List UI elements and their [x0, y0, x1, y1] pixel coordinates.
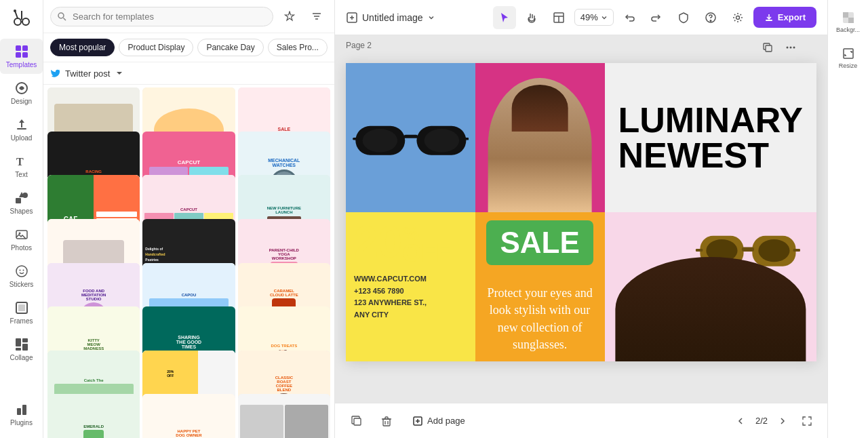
contact-line1: WWW.CAPCUT.COM: [354, 273, 467, 285]
canvas-cell-top-center: [475, 63, 605, 212]
svg-rect-6: [22, 45, 28, 51]
svg-point-51: [424, 129, 459, 152]
shapes-icon: [14, 191, 29, 205]
svg-point-28: [58, 13, 64, 18]
svg-rect-7: [16, 52, 21, 58]
sidebar-item-design[interactable]: Design: [0, 75, 43, 111]
svg-point-43: [790, 47, 792, 49]
settings-btn[interactable]: [726, 6, 749, 29]
canvas-cell-bottom-left: 20 % OFF WWW.CAPCUT.COM +123 456 7890 12…: [346, 212, 475, 361]
canvas[interactable]: LUMINARY NEWEST 20 % OFF WWW.CAPCUT.COM: [346, 63, 816, 361]
right-panel-resize[interactable]: Resize: [831, 41, 865, 75]
sidebar-item-label-photos: Photos: [11, 244, 32, 252]
svg-point-58: [758, 239, 789, 262]
svg-rect-27: [22, 405, 26, 415]
right-panel: Backgr... Resize: [827, 0, 868, 438]
contact-line4: ANY CITY: [354, 309, 467, 321]
redo-btn[interactable]: [645, 6, 668, 29]
sidebar-item-plugins[interactable]: Plugins: [0, 397, 43, 432]
sidebar-item-photos[interactable]: Photos: [0, 222, 43, 257]
stickers-icon: [14, 264, 29, 279]
hand-tool-btn[interactable]: [520, 6, 543, 29]
page-indicator: 2/2: [755, 416, 768, 426]
templates-panel: Most popular Product Display Pancake Day…: [43, 0, 335, 438]
twitter-post-header[interactable]: Twitter post: [43, 62, 334, 85]
zoom-control[interactable]: 49%: [574, 9, 614, 26]
sidebar-item-label-design: Design: [11, 98, 32, 105]
topbar-tools: 49%: [493, 6, 816, 29]
svg-point-18: [19, 270, 20, 271]
page-navigation: 2/2: [731, 412, 816, 431]
sale-badge: SALE: [486, 220, 593, 265]
sidebar-item-upload[interactable]: Upload: [0, 112, 43, 147]
right-panel-background[interactable]: Backgr...: [831, 5, 865, 39]
filter-tab-sales-pro[interactable]: Sales Pro...: [268, 39, 328, 56]
prev-page-btn[interactable]: [731, 412, 750, 431]
sidebar-item-collage[interactable]: Collage: [0, 332, 43, 367]
svg-rect-40: [766, 20, 772, 21]
filter-tab-product-display[interactable]: Product Display: [119, 39, 193, 56]
search-input-wrap: [50, 7, 273, 26]
sidebar-item-templates[interactable]: Templates: [0, 39, 43, 74]
svg-rect-49: [463, 138, 469, 140]
canvas-cell-top-left: [346, 63, 475, 212]
app-logo[interactable]: [9, 5, 34, 30]
svg-rect-54: [741, 247, 753, 252]
delete-page-btn[interactable]: [376, 410, 397, 432]
svg-point-38: [710, 20, 711, 21]
background-label: Backgr...: [836, 26, 860, 33]
template-card[interactable]: HAPPY PETDOG OWNER 🐾: [142, 394, 235, 438]
svg-rect-26: [17, 408, 21, 415]
canvas-wrapper: LUMINARY NEWEST 20 % OFF WWW.CAPCUT.COM: [335, 35, 827, 403]
photos-icon: [14, 227, 29, 242]
duplicate-page-btn[interactable]: [346, 410, 368, 432]
editor-canvas-area: Page 2: [335, 35, 827, 403]
canvas-actions: [758, 38, 800, 57]
canvas-more-btn[interactable]: [781, 38, 800, 57]
templates-search-bar: [43, 0, 334, 33]
canvas-cell-top-right: LUMINARY NEWEST: [605, 63, 817, 212]
sidebar-item-stickers[interactable]: Stickers: [0, 258, 43, 294]
svg-point-1: [22, 18, 29, 25]
magic-search-btn[interactable]: [279, 5, 300, 27]
frames-icon: [14, 300, 29, 315]
sidebar-item-label-plugins: Plugins: [10, 419, 33, 426]
canvas-copy-btn[interactable]: [758, 38, 777, 57]
shield-btn[interactable]: [672, 6, 695, 29]
file-info[interactable]: Untitled image: [346, 12, 435, 24]
add-page-btn[interactable]: Add page: [406, 412, 472, 431]
sunglasses-top-icon: [353, 71, 469, 205]
layout-tool-btn[interactable]: [547, 6, 570, 29]
svg-rect-5: [16, 45, 21, 51]
template-card[interactable]: EMERALD: [47, 394, 140, 438]
svg-point-44: [793, 47, 795, 49]
resize-label: Resize: [839, 62, 858, 69]
svg-rect-48: [353, 138, 359, 140]
sidebar-item-frames[interactable]: Frames: [0, 295, 43, 330]
svg-point-39: [736, 16, 739, 19]
filter-tabs: Most popular Product Display Pancake Day…: [43, 33, 334, 62]
filter-tab-pancake-day[interactable]: Pancake Day: [197, 39, 263, 56]
sidebar-item-text[interactable]: T Text: [0, 148, 43, 184]
fullscreen-btn[interactable]: [797, 412, 816, 431]
filter-btn[interactable]: [306, 5, 328, 27]
help-btn[interactable]: [699, 6, 722, 29]
export-btn[interactable]: Export: [753, 7, 816, 28]
svg-point-17: [16, 266, 27, 277]
templates-grid: FOOD & MOOD FOOD MENU SALE50%OFF RACINGP…: [43, 85, 334, 438]
svg-point-19: [22, 270, 24, 271]
search-input[interactable]: [50, 7, 273, 26]
luminary-text-line2: NEWEST: [618, 138, 769, 173]
canvas-cell-bottom-right: [605, 212, 817, 361]
editor-bottombar: Add page 2/2: [335, 403, 827, 438]
svg-rect-55: [695, 249, 702, 252]
svg-rect-15: [16, 231, 27, 239]
sidebar-item-label-frames: Frames: [10, 317, 33, 325]
svg-point-42: [787, 47, 789, 49]
select-tool-btn[interactable]: [493, 6, 516, 29]
template-card[interactable]: [238, 394, 330, 438]
undo-btn[interactable]: [618, 6, 641, 29]
sidebar-item-shapes[interactable]: Shapes: [0, 185, 43, 220]
next-page-btn[interactable]: [773, 412, 792, 431]
filter-tab-most-popular[interactable]: Most popular: [50, 39, 115, 56]
